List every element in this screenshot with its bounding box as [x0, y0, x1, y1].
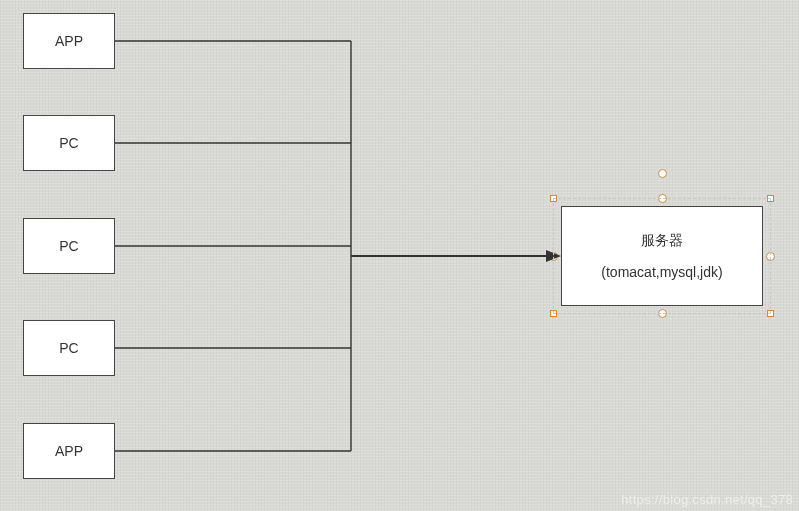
client-box-app-1[interactable]: APP — [23, 13, 115, 69]
client-label: APP — [55, 443, 83, 459]
client-label: PC — [59, 340, 78, 356]
server-title: 服务器 — [641, 232, 683, 250]
svg-marker-7 — [546, 250, 561, 262]
client-label: APP — [55, 33, 83, 49]
client-box-app-2[interactable]: APP — [23, 423, 115, 479]
server-box[interactable]: 服务器 (tomacat,mysql,jdk) — [561, 206, 763, 306]
server-subtitle: (tomacat,mysql,jdk) — [601, 264, 722, 280]
client-label: PC — [59, 135, 78, 151]
client-box-pc-3[interactable]: PC — [23, 320, 115, 376]
client-box-pc-2[interactable]: PC — [23, 218, 115, 274]
client-label: PC — [59, 238, 78, 254]
client-box-pc-1[interactable]: PC — [23, 115, 115, 171]
